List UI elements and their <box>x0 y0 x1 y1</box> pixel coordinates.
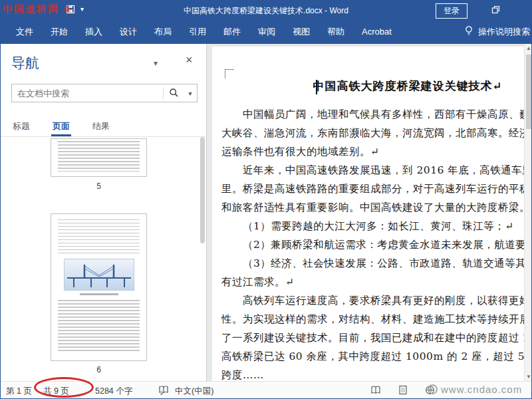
navigation-scrollbar[interactable] <box>200 137 205 243</box>
document-line: （2）兼顾桥梁和航运需求：考虑黄金水道未来发展，航道要求高；↵ <box>221 235 524 254</box>
text-boundary-crop-mark <box>225 69 234 78</box>
read-mode-icon[interactable] <box>370 385 381 397</box>
ribbon-tab[interactable]: 开始 <box>42 19 76 44</box>
ribbon-tab[interactable]: 文件 <box>7 19 42 44</box>
bridge-figure-thumbnail <box>64 259 134 291</box>
ribbon-tab[interactable]: Acrobat <box>353 19 400 44</box>
ribbon-tab[interactable]: 审阅 <box>249 19 284 44</box>
quick-access-save-icon[interactable] <box>66 5 75 17</box>
tell-me-box[interactable]: 操作说明搜索 <box>464 19 531 44</box>
ribbon-tab[interactable]: 设计 <box>111 19 146 44</box>
page-thumbnail-6[interactable] <box>51 213 147 361</box>
scrollbar-thumb[interactable] <box>526 55 532 129</box>
document-line: 近年来，中国高速铁路发展迅速，到 2016 年底，高铁通车里程达 2. <box>221 161 524 180</box>
thumbnail-text-lines <box>58 219 140 254</box>
thumbnail-page-number: 6 <box>51 365 147 374</box>
window-restore-icon[interactable] <box>491 5 501 17</box>
status-bar: 第 1 页 共 9 页 5284 个字 中文(中国) <box>1 381 531 398</box>
ribbon-tabs: 文件开始插入设计布局引用邮件审阅视图帮助Acrobat <box>7 19 400 44</box>
proofing-icon[interactable] <box>158 385 169 397</box>
search-options-caret-icon[interactable]: ▾ <box>184 90 197 97</box>
ribbon-tab[interactable]: 布局 <box>146 19 180 44</box>
navigation-tabs: 标题页面结果 <box>1 116 206 137</box>
scroll-down-icon[interactable]: ▼ <box>525 374 532 380</box>
thumbnail-page-number: 5 <box>51 182 147 191</box>
document-line: 和旅客舒适性具有重要影响。中国高铁建设了大量的大跨度桥梁。建设特 <box>221 198 524 217</box>
tell-me-label: 操作说明搜索 <box>478 26 530 38</box>
document-line: 中国幅员广阔，地理和气候具有多样性，西部有干燥高原、巍巍高山、 <box>221 105 524 124</box>
document-body: 中国幅员广阔，地理和气候具有多样性，西部有干燥高原、巍巍高山、大峡谷、湍急河流，… <box>221 105 524 381</box>
document-line: 高铁列车运行速度高，要求桥梁具有更好的刚度，以获得更好的轨道 <box>221 291 524 310</box>
thumbnail-text-lines <box>58 300 140 352</box>
navigation-tab[interactable]: 页面 <box>51 116 71 136</box>
ribbon-tab[interactable]: 引用 <box>180 19 215 44</box>
page-thumbnail-5[interactable] <box>51 138 147 177</box>
title-bar: ▾ 中国高铁大跨度桥梁建设关键技术.docx - Word 登录 <box>1 1 531 19</box>
ribbon-tab[interactable]: 帮助 <box>319 19 353 44</box>
navigation-tab[interactable]: 标题 <box>11 116 31 136</box>
document-line: （3）经济、社会快速发展：公路、市政道路、轨道交通等其他交通方 <box>221 254 524 273</box>
ribbon-tab[interactable]: 视图 <box>284 19 319 44</box>
document-line: 运输条件也有很大的地域差别。↵ <box>221 142 524 161</box>
document-search-box: ▾ <box>11 84 198 102</box>
ribbon-tab-row: 文件开始插入设计布局引用邮件审阅视图帮助Acrobat 操作说明搜索 <box>1 19 531 44</box>
window-title: 中国高铁大跨度桥梁建设关键技术.docx - Word <box>80 5 452 17</box>
navigation-tab[interactable]: 结果 <box>91 116 111 136</box>
navigation-pane: 导航 ▾ × ▾ 标题页面结果 5 <box>1 44 207 381</box>
navigation-pane-title: 导航 <box>11 54 39 72</box>
status-word-count[interactable]: 5284 个字 <box>95 386 132 397</box>
document-line: 了一系列建设关键技术。目前，我国已建成和在建中的跨度超过 200m 的 <box>221 329 524 347</box>
document-line: 跨度…… <box>221 366 524 381</box>
search-input[interactable] <box>12 88 163 98</box>
document-line: 大峡谷、湍急河流，东南部濒临大海，河流宽阔，北部高寒。经济发展、 <box>221 124 524 142</box>
document-line: 里。桥梁是高速铁路路的重要组成部分，对于高速列车运行的平稳性、安 <box>221 180 524 198</box>
document-page[interactable]: 中国高铁大跨度桥梁建设关键技术↵ 中国幅员广阔，地理和气候具有多样性，西部有干燥… <box>212 47 524 381</box>
status-page-count[interactable]: 共 9 页 <box>43 386 69 397</box>
view-switcher <box>370 385 435 397</box>
document-title: 中国高铁大跨度桥梁建设关键技术↵ <box>221 78 524 94</box>
document-area: 中国高铁大跨度桥梁建设关键技术↵ 中国幅员广阔，地理和气候具有多样性，西部有干燥… <box>207 44 524 381</box>
figure-caption-line <box>80 293 118 295</box>
word-window: ▾ 中国高铁大跨度桥梁建设关键技术.docx - Word 登录 文件开始插入设… <box>0 0 532 399</box>
status-language[interactable]: 中文(中国) <box>175 386 213 397</box>
lightbulb-icon <box>464 25 474 38</box>
document-line: 性。为实现这样的需求，对结构、材料、建造施工技术等持续开展研究， <box>221 310 524 329</box>
print-layout-icon[interactable] <box>398 385 408 397</box>
sign-in-button[interactable]: 登录 <box>436 3 467 19</box>
search-icon[interactable] <box>164 86 184 100</box>
web-layout-icon[interactable] <box>425 385 435 397</box>
ribbon-tab[interactable]: 插入 <box>76 19 111 44</box>
ribbon-tab[interactable]: 邮件 <box>215 19 249 44</box>
document-scrollbar[interactable]: ▲ ▼ <box>524 44 532 381</box>
scroll-up-icon[interactable]: ▲ <box>525 45 532 51</box>
document-line: 有过江需求。↵ <box>221 273 524 291</box>
thumbnail-text-lines <box>58 141 140 172</box>
document-line: 高铁桥梁已达 60 余座，其中跨度超过 1000m 的 2 座，超过 500m … <box>221 347 524 366</box>
document-line: （1）需要跨越的大江大河多：如长江、黄河、珠江等；↵ <box>221 217 524 235</box>
navigation-options-caret-icon[interactable]: ▾ <box>154 59 158 68</box>
status-page-number[interactable]: 第 1 页 <box>6 386 32 397</box>
navigation-close-icon[interactable]: × <box>186 54 193 66</box>
